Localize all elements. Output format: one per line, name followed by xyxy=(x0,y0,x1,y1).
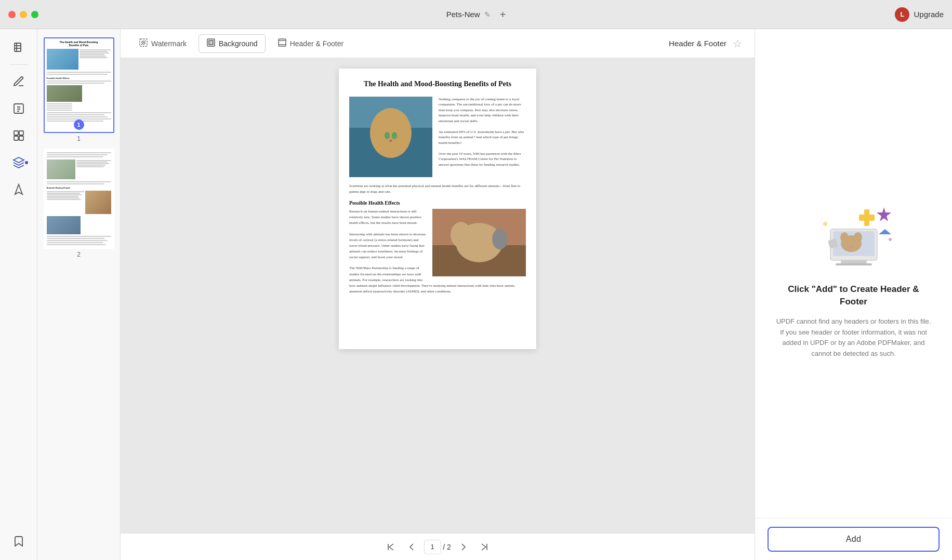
maximize-button[interactable] xyxy=(31,11,38,18)
sidebar-icon-layers2[interactable] xyxy=(6,177,31,202)
svg-point-22 xyxy=(389,140,392,142)
svg-rect-32 xyxy=(841,260,867,263)
tab-header-footer[interactable]: Header & Footer xyxy=(270,34,352,53)
svg-rect-33 xyxy=(836,263,872,265)
nav-first-button[interactable] xyxy=(382,539,399,555)
svg-marker-43 xyxy=(879,229,891,234)
active-indicator xyxy=(25,161,28,164)
doc-section-with-image: Research on human-animal interactions is… xyxy=(349,209,526,300)
tab-watermark-label: Watermark xyxy=(151,39,187,48)
sidebar-icon-pages[interactable] xyxy=(6,35,31,60)
nav-bar: 1 / 2 xyxy=(121,533,755,560)
svg-rect-4 xyxy=(14,131,18,135)
page-badge-1: 1 xyxy=(74,119,84,130)
sidebar-icon-layers[interactable] xyxy=(6,150,31,175)
right-panel-description: UPDF cannot find any headers or footers … xyxy=(776,316,931,359)
svg-rect-0 xyxy=(15,43,21,51)
illustration xyxy=(802,188,906,271)
user-avatar: L xyxy=(895,7,909,22)
page-separator: / xyxy=(443,543,445,551)
svg-point-46 xyxy=(889,238,892,241)
doc-title: The Health and Mood-Boosting Benefits of… xyxy=(349,79,526,89)
svg-point-26 xyxy=(451,222,471,248)
upgrade-label: Upgrade xyxy=(914,10,944,19)
sidebar-divider-1 xyxy=(9,64,28,65)
thumbnail-panel: The Health and Mood-BoostingBenefits of … xyxy=(37,29,121,560)
current-page-display[interactable]: 1 xyxy=(424,540,441,554)
traffic-lights xyxy=(8,11,38,18)
tab-header-footer-label: Header & Footer xyxy=(290,39,344,48)
nav-last-button[interactable] xyxy=(476,539,493,555)
right-panel: Click "Add" to Create Header & Footer UP… xyxy=(755,29,952,560)
titlebar: Pets-New ✎ + L Upgrade xyxy=(0,0,952,29)
cat-image xyxy=(349,97,432,177)
svg-point-27 xyxy=(492,229,508,249)
sidebar-icon-annotate[interactable] xyxy=(6,69,31,94)
doc-connecting-text: Scientists are looking at what the poten… xyxy=(349,183,526,195)
svg-point-20 xyxy=(385,132,390,139)
total-pages-display: 2 xyxy=(447,543,451,551)
doc-stat-text: An estimated 68% of U.S. households have… xyxy=(439,129,526,146)
svg-rect-5 xyxy=(19,131,23,135)
close-button[interactable] xyxy=(8,11,16,18)
doc-section-title: Possible Health Effects xyxy=(349,200,526,206)
sidebar-icon-edit[interactable] xyxy=(6,96,31,121)
tab-background[interactable]: Background xyxy=(199,34,266,53)
add-tab-button[interactable]: + xyxy=(500,9,506,20)
minimize-button[interactable] xyxy=(20,11,27,18)
upgrade-button[interactable]: L Upgrade xyxy=(895,7,944,22)
svg-point-36 xyxy=(854,232,862,243)
thumbnail-page-2[interactable]: Animals Helping People xyxy=(42,149,116,258)
svg-point-18 xyxy=(374,115,387,132)
background-icon xyxy=(206,38,216,49)
sidebar-icon-organize[interactable] xyxy=(6,123,31,148)
svg-rect-3 xyxy=(14,104,23,113)
thumb-pagenum-1: 1 xyxy=(77,135,81,142)
svg-rect-6 xyxy=(14,136,18,140)
edit-title-icon[interactable]: ✎ xyxy=(484,10,491,19)
content-area: Watermark Background xyxy=(121,29,755,560)
svg-point-21 xyxy=(392,132,397,139)
svg-point-45 xyxy=(823,222,827,226)
svg-point-35 xyxy=(840,232,849,243)
doc-two-col: Nothing compares to the joy of coming ho… xyxy=(349,97,526,177)
main-container: The Health and Mood-BoostingBenefits of … xyxy=(0,29,952,560)
svg-point-39 xyxy=(849,246,853,248)
nav-prev-button[interactable] xyxy=(403,539,420,555)
doc-research-text: Over the past 10 years, NIH has partnere… xyxy=(439,151,526,168)
svg-rect-12 xyxy=(279,39,286,46)
svg-rect-7 xyxy=(19,136,23,140)
add-button[interactable]: Add xyxy=(768,527,940,552)
document-title: Pets-New xyxy=(446,10,480,19)
title-area: Pets-New ✎ + xyxy=(446,9,506,20)
sidebar-icon-bookmark[interactable] xyxy=(6,529,31,554)
doc-page: The Health and Mood-Boosting Benefits of… xyxy=(339,69,536,349)
nav-page-info: 1 / 2 xyxy=(424,540,451,554)
doc-viewer: The Health and Mood-Boosting Benefits of… xyxy=(121,58,755,533)
left-sidebar xyxy=(0,29,37,560)
top-toolbar: Watermark Background xyxy=(121,29,755,58)
svg-point-17 xyxy=(370,108,412,158)
right-panel-footer: Add xyxy=(755,518,952,560)
svg-marker-42 xyxy=(877,207,891,221)
thumbnail-page-1[interactable]: The Health and Mood-BoostingBenefits of … xyxy=(42,37,116,142)
doc-text-column: Nothing compares to the joy of coming ho… xyxy=(439,97,526,177)
dog-image xyxy=(432,209,526,276)
right-panel-title: Click "Add" to Create Header & Footer xyxy=(776,283,931,308)
thumb-img-2[interactable]: Animals Helping People xyxy=(44,149,114,249)
watermark-icon xyxy=(139,38,148,49)
right-panel-content: Click "Add" to Create Header & Footer UP… xyxy=(755,29,952,518)
tab-background-label: Background xyxy=(219,39,258,48)
svg-marker-8 xyxy=(15,184,22,194)
thumb-img-1[interactable]: The Health and Mood-BoostingBenefits of … xyxy=(44,37,114,133)
header-footer-icon xyxy=(277,38,287,49)
star-button[interactable]: ☆ xyxy=(731,35,744,52)
panel-title: Header & Footer xyxy=(669,39,726,48)
thumb-pagenum-2: 2 xyxy=(77,251,81,258)
svg-rect-41 xyxy=(859,215,875,221)
nav-next-button[interactable] xyxy=(455,539,472,555)
doc-intro-text: Nothing compares to the joy of coming ho… xyxy=(439,97,526,124)
svg-rect-11 xyxy=(209,41,213,45)
svg-point-19 xyxy=(395,115,407,132)
tab-watermark[interactable]: Watermark xyxy=(131,34,194,53)
